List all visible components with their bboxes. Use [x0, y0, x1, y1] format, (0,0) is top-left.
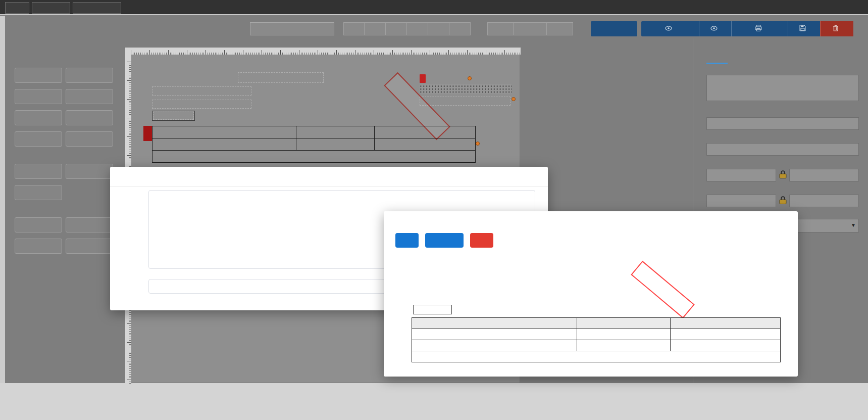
direct-print-button[interactable] [731, 21, 788, 36]
preview-drug-type [413, 305, 452, 314]
header-cell [412, 318, 577, 329]
table-drag-handle[interactable] [143, 126, 152, 141]
resize-handle-dot[interactable] [476, 142, 480, 146]
tab-print-template[interactable] [32, 2, 70, 14]
canvas-table[interactable] [152, 126, 476, 163]
print-template-designer: ▼ [0, 0, 868, 420]
custom-size-button[interactable] [591, 21, 637, 36]
component-long-text[interactable] [15, 185, 62, 200]
template-name-input[interactable] [250, 22, 334, 35]
cell [577, 329, 671, 340]
eye-icon [710, 25, 718, 33]
paper-size-a3-button[interactable] [343, 22, 365, 35]
position-x-input[interactable] [706, 169, 776, 181]
cell [577, 340, 671, 351]
table-footer-row [412, 351, 781, 362]
set-datasource-button[interactable] [641, 21, 699, 36]
component-rectangle[interactable] [15, 239, 62, 254]
preview-table [412, 317, 781, 362]
paper-size-b5-button[interactable] [449, 22, 471, 35]
footer-cell [412, 351, 781, 362]
zoom-control [487, 22, 573, 35]
canvas-make-date-selected[interactable] [420, 84, 512, 94]
component-logo[interactable] [66, 131, 113, 147]
body-cell[interactable] [296, 138, 375, 151]
paper-size-group [343, 22, 471, 35]
test-data-input[interactable] [706, 143, 859, 156]
action-button-group [641, 21, 853, 36]
table-row [412, 340, 781, 351]
tab-edit-scheme[interactable] [73, 2, 121, 14]
canvas-doc-title[interactable] [238, 72, 324, 83]
paper-size-b4-button[interactable] [428, 22, 449, 35]
component-order-no[interactable] [15, 89, 62, 104]
preview-button[interactable] [699, 21, 731, 36]
printer-icon [755, 25, 762, 33]
component-qrcode[interactable] [66, 110, 113, 125]
paper-size-a5-button[interactable] [386, 22, 407, 35]
header-cell[interactable] [375, 126, 476, 138]
export-pdf-button[interactable] [425, 233, 464, 248]
cell [412, 329, 577, 340]
table-empty-row [152, 138, 476, 151]
component-barcode[interactable] [15, 110, 62, 125]
table-footer-row [152, 151, 476, 163]
clear-button[interactable] [820, 21, 853, 36]
zoom-value-input[interactable] [514, 22, 547, 35]
component-sidebar [5, 38, 121, 383]
canvas-drug-type[interactable] [152, 111, 195, 121]
header-cell[interactable] [296, 126, 375, 138]
print-button[interactable] [395, 233, 419, 248]
body-cell[interactable] [375, 138, 476, 151]
page-bottom-gutter [0, 383, 868, 420]
header-cell[interactable] [152, 126, 296, 138]
print-preview-dialog [384, 211, 798, 377]
field-name-input[interactable] [706, 117, 859, 130]
toolbar [0, 16, 868, 38]
canvas-maker[interactable] [420, 97, 510, 106]
paper-size-b3-button[interactable] [407, 22, 428, 35]
component-text[interactable] [66, 164, 113, 179]
paper-size-a4-button[interactable] [365, 22, 386, 35]
canvas-order-no[interactable] [152, 86, 251, 96]
table-header-row [412, 318, 781, 329]
component-order-data[interactable] [15, 164, 62, 179]
zoom-in-button[interactable] [547, 22, 573, 35]
component-biz-date[interactable] [66, 89, 113, 104]
height-input[interactable] [789, 195, 859, 207]
body-cell[interactable] [152, 138, 296, 151]
cell [412, 340, 577, 351]
component-vline[interactable] [66, 217, 113, 232]
component-platform-name[interactable] [15, 131, 62, 147]
close-preview-button[interactable] [470, 233, 493, 248]
table-row [412, 329, 781, 340]
table-header-row [152, 126, 476, 138]
title-input[interactable] [706, 75, 859, 101]
width-input[interactable] [706, 195, 776, 207]
resize-handle-dot[interactable] [468, 76, 472, 80]
component-hline[interactable] [15, 217, 62, 232]
tab-home[interactable] [5, 2, 29, 14]
cell [671, 329, 781, 340]
component-doc-type[interactable] [66, 68, 113, 83]
component-ellipse[interactable] [66, 239, 113, 254]
footer-cell[interactable] [152, 151, 476, 163]
position-y-input[interactable] [789, 169, 859, 181]
component-doc-header[interactable] [15, 68, 62, 83]
trash-icon [833, 25, 839, 33]
divider [110, 186, 548, 186]
resize-handle-dot[interactable] [512, 97, 516, 101]
zoom-out-button[interactable] [487, 22, 514, 35]
lock-icon[interactable] [779, 170, 787, 181]
header-cell [671, 318, 781, 329]
cell [671, 340, 781, 351]
document-tab-bar [0, 0, 868, 15]
lock-icon[interactable] [779, 196, 787, 207]
eye-icon [665, 25, 672, 33]
horizontal-ruler [125, 48, 521, 55]
page-left-gutter [0, 16, 5, 383]
header-cell [577, 318, 671, 329]
canvas-transport[interactable] [152, 100, 251, 109]
save-icon [799, 25, 806, 33]
save-button[interactable] [788, 21, 820, 36]
